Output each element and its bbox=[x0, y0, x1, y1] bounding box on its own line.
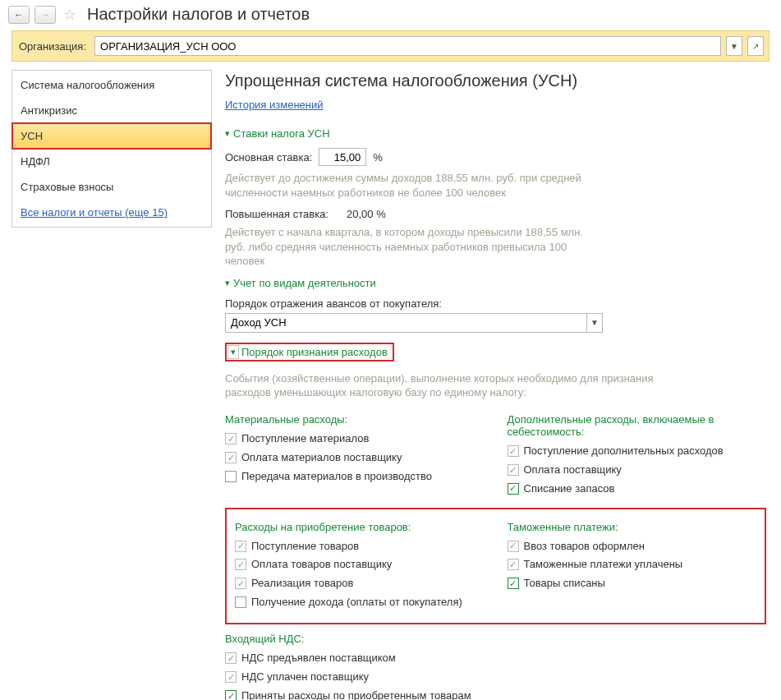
customs-head: Таможенные платежи: bbox=[508, 521, 757, 533]
checkbox-locked: ✓ bbox=[225, 652, 237, 664]
high-rate-row: Повышенная ставка: 20,00 % bbox=[225, 208, 766, 220]
sidebar-more-link-wrap: Все налоги и отчеты (еще 15) bbox=[12, 200, 211, 225]
expense-section-collapser[interactable]: ▾ Порядок признания расходов bbox=[225, 343, 394, 362]
advance-dropdown-button[interactable]: ▼ bbox=[586, 313, 603, 333]
sidebar-item-insurance[interactable]: Страховые взносы bbox=[12, 174, 211, 200]
main-heading: Упрощенная система налогообложения (УСН) bbox=[225, 71, 766, 90]
chk-label: Списание запасов bbox=[524, 482, 615, 496]
checkbox-locked: ✓ bbox=[225, 671, 237, 683]
expense-section-label: Порядок признания расходов bbox=[241, 346, 388, 358]
additional-head: Дополнительные расходы, включаемые в себ… bbox=[508, 413, 767, 438]
chk-label: Поступление дополнительных расходов bbox=[524, 444, 724, 458]
base-rate-input[interactable] bbox=[319, 148, 366, 166]
chk-label: Таможенные платежи уплачены bbox=[524, 558, 683, 572]
sidebar-item-tax-system[interactable]: Система налогообложения bbox=[12, 72, 211, 98]
organization-bar: Организация: ▼ ↗ bbox=[11, 30, 770, 62]
nav-forward-button[interactable]: → bbox=[34, 6, 56, 24]
chk-label: НДС уплачен поставщику bbox=[241, 670, 369, 684]
chk-label: Передача материалов в производство bbox=[241, 470, 432, 484]
organization-dropdown-button[interactable]: ▼ bbox=[726, 36, 742, 56]
checkbox-locked: ✓ bbox=[508, 559, 519, 570]
checkbox-locked: ✓ bbox=[508, 541, 519, 552]
chk-label: Товары списаны bbox=[524, 577, 605, 591]
main-content: Упрощенная система налогообложения (УСН)… bbox=[225, 70, 770, 700]
sidebar-more-link[interactable]: Все налоги и отчеты (еще 15) bbox=[21, 206, 168, 219]
checkbox-locked: ✓ bbox=[508, 445, 519, 457]
checkbox-locked: ✓ bbox=[235, 559, 246, 570]
chk-label: Ввоз товаров оформлен bbox=[524, 540, 645, 554]
organization-open-button[interactable]: ↗ bbox=[747, 36, 764, 56]
checkbox-locked: ✓ bbox=[225, 452, 237, 463]
expense-note: События (хозяйственные операции), выполн… bbox=[225, 371, 685, 400]
chk-label: Поступление товаров bbox=[251, 540, 359, 554]
rates-section-label: Ставки налога УСН bbox=[233, 127, 330, 140]
sidebar-item-anticrisis[interactable]: Антикризис bbox=[12, 98, 211, 123]
checkbox-locked: ✓ bbox=[508, 464, 519, 476]
base-rate-row: Основная ставка: % bbox=[225, 148, 766, 166]
history-link[interactable]: История изменений bbox=[225, 99, 324, 111]
titlebar: ← → ☆ Настройки налогов и отчетов bbox=[0, 0, 781, 30]
high-rate-note: Действует с начала квартала, в котором д… bbox=[225, 225, 603, 269]
high-rate-label: Повышенная ставка: bbox=[225, 208, 340, 220]
chk-label: НДС предъявлен поставщиком bbox=[241, 652, 396, 665]
checkbox[interactable] bbox=[225, 471, 237, 482]
chevron-down-icon: ▾ bbox=[225, 128, 230, 139]
goods-customs-highlight: Расходы на приобретение товаров: ✓Поступ… bbox=[225, 508, 766, 625]
checkbox[interactable] bbox=[235, 596, 246, 608]
checkbox-locked: ✓ bbox=[235, 578, 246, 589]
page-title: Настройки налогов и отчетов bbox=[87, 5, 310, 24]
activity-section-label: Учет по видам деятельности bbox=[233, 277, 376, 289]
chk-label: Оплата поставщику bbox=[524, 463, 622, 477]
material-head: Материальные расходы: bbox=[225, 413, 485, 426]
chk-label: Оплата материалов поставщику bbox=[241, 451, 402, 465]
nav-back-button[interactable]: ← bbox=[8, 6, 30, 24]
advance-dropdown: ▼ bbox=[225, 313, 603, 333]
goods-head: Расходы на приобретение товаров: bbox=[235, 521, 485, 533]
chk-label: Поступление материалов bbox=[241, 432, 369, 446]
advance-label: Порядок отражения авансов от покупателя: bbox=[225, 297, 766, 310]
chk-label: Оплата товаров поставщику bbox=[251, 558, 392, 572]
high-rate-value: 20,00 % bbox=[347, 208, 386, 220]
vat-head: Входящий НДС: bbox=[225, 633, 766, 645]
sidebar: Система налогообложения Антикризис УСН Н… bbox=[11, 70, 212, 228]
sidebar-item-usn[interactable]: УСН bbox=[12, 123, 211, 149]
chevron-down-icon: ▾ bbox=[228, 346, 238, 358]
base-rate-note: Действует до достижения суммы доходов 18… bbox=[225, 171, 603, 200]
organization-label: Организация: bbox=[17, 40, 90, 53]
checkbox-checked[interactable]: ✓ bbox=[225, 690, 237, 700]
sidebar-item-ndfl[interactable]: НДФЛ bbox=[12, 149, 211, 174]
checkbox-locked: ✓ bbox=[235, 541, 246, 552]
chk-label: Приняты расходы по приобретенным товарам… bbox=[241, 689, 504, 700]
checkbox-checked[interactable]: ✓ bbox=[508, 578, 519, 589]
chk-label: Реализация товаров bbox=[251, 577, 353, 591]
advance-input[interactable] bbox=[225, 313, 586, 333]
checkbox-checked[interactable]: ✓ bbox=[508, 483, 519, 495]
favorite-star-icon[interactable]: ☆ bbox=[61, 6, 79, 24]
percent-sign: % bbox=[373, 151, 383, 163]
activity-collapser[interactable]: ▾ Учет по видам деятельности bbox=[225, 277, 766, 289]
chk-label: Получение дохода (оплаты от покупателя) bbox=[251, 596, 462, 610]
chevron-down-icon: ▾ bbox=[225, 278, 230, 288]
organization-input[interactable] bbox=[94, 36, 721, 56]
rates-collapser[interactable]: ▾ Ставки налога УСН bbox=[225, 127, 766, 140]
base-rate-label: Основная ставка: bbox=[225, 151, 312, 163]
checkbox-locked: ✓ bbox=[225, 433, 237, 444]
